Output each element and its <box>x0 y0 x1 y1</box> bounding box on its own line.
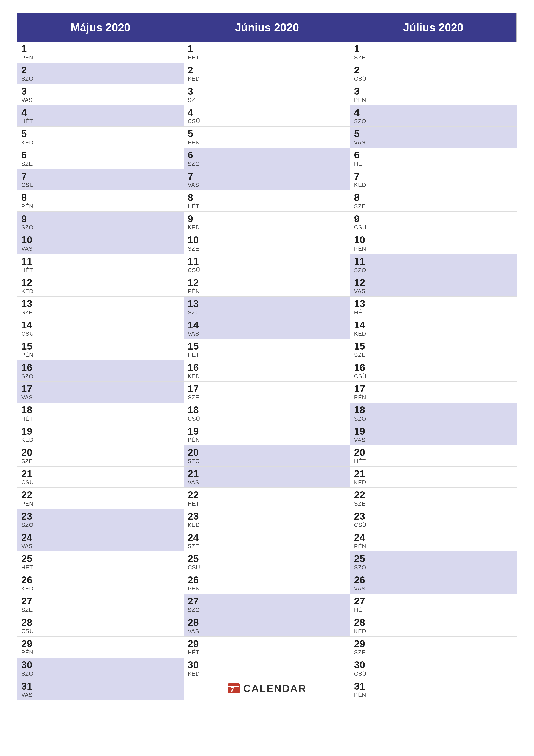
day-number: 22 <box>354 489 513 500</box>
day-row: 20 SZO <box>184 445 350 467</box>
day-name: HÉT <box>188 649 346 656</box>
day-name: SZE <box>188 394 346 401</box>
day-row: 15 HÉT <box>184 339 350 360</box>
day-row: 11 HÉT <box>17 254 184 275</box>
day-row: 23 SZO <box>17 509 184 530</box>
day-name: HÉT <box>21 564 180 571</box>
day-name: KED <box>188 224 346 231</box>
day-name: VAS <box>21 97 180 103</box>
day-name: SZO <box>188 161 346 167</box>
day-number: 13 <box>188 298 346 309</box>
day-number: 17 <box>21 383 180 394</box>
day-row: 7 CSÜ <box>17 169 184 191</box>
day-row: 3 PÉN <box>350 84 517 105</box>
day-name: SZE <box>21 161 180 167</box>
day-name: PÉN <box>21 649 180 656</box>
day-name: SZO <box>21 224 180 231</box>
logo-text: CALENDAR <box>243 683 306 694</box>
day-name: SZO <box>188 309 346 316</box>
day-number: 19 <box>354 426 513 437</box>
day-number: 5 <box>188 128 346 139</box>
day-number: 1 <box>354 43 513 54</box>
day-number: 26 <box>354 575 513 585</box>
day-number: 31 <box>21 681 180 692</box>
day-name: CSÜ <box>21 182 180 188</box>
day-name: KED <box>354 182 513 188</box>
day-row: 19 KED <box>17 424 184 446</box>
day-number: 24 <box>354 532 513 543</box>
day-name: VAS <box>21 691 180 698</box>
day-number: 14 <box>188 320 346 331</box>
day-number: 26 <box>21 575 180 585</box>
day-row: 29 HÉT <box>184 636 350 658</box>
day-number: 15 <box>21 341 180 352</box>
day-row: 7 VAS <box>184 169 350 191</box>
calendar-grid: Május 2020 Június 2020 Július 2020 1 PÉN… <box>17 13 517 700</box>
day-number: 21 <box>188 468 346 479</box>
day-name: SZO <box>354 564 513 571</box>
day-number: 6 <box>188 149 346 161</box>
day-number: 11 <box>21 256 180 267</box>
day-name: SZE <box>354 54 513 61</box>
day-number: 23 <box>188 511 346 522</box>
day-row: 8 SZE <box>350 190 517 212</box>
day-name: VAS <box>21 543 180 550</box>
day-row: 24 VAS <box>17 530 184 552</box>
day-row: 9 KED <box>184 212 350 233</box>
month-header-jun: Június 2020 <box>184 13 350 41</box>
day-name: SZE <box>188 97 346 103</box>
day-number: 11 <box>188 256 346 267</box>
day-row: 11 SZO <box>350 254 517 275</box>
day-row: 2 KED <box>184 63 350 84</box>
day-row: 18 HÉT <box>17 403 184 424</box>
day-row: 20 SZE <box>17 445 184 467</box>
day-row: 4 HÉT <box>17 105 184 127</box>
day-name: HÉT <box>21 118 180 124</box>
day-row: 22 HÉT <box>184 488 350 509</box>
day-number: 30 <box>188 660 346 670</box>
day-row: 19 VAS <box>350 424 517 446</box>
day-number: 7 <box>21 171 180 182</box>
day-number: 15 <box>188 341 346 352</box>
day-row: 1 PÉN <box>17 41 184 63</box>
day-number: 18 <box>21 405 180 416</box>
day-name: SZO <box>21 670 180 677</box>
day-row: 13 SZO <box>184 297 350 318</box>
day-name: SZE <box>21 458 180 465</box>
day-row: 28 KED <box>350 615 517 636</box>
day-number: 6 <box>354 149 513 161</box>
day-number: 27 <box>354 596 513 607</box>
day-number: 23 <box>354 511 513 522</box>
day-row: 10 SZE <box>184 233 350 254</box>
day-name: VAS <box>21 245 180 252</box>
day-name: PÉN <box>21 54 180 61</box>
day-name: PÉN <box>354 394 513 401</box>
day-name: SZE <box>188 245 346 252</box>
day-name: HÉT <box>188 54 346 61</box>
day-row: 11 CSÜ <box>184 254 350 275</box>
day-name: SZO <box>21 522 180 528</box>
day-number: 9 <box>188 213 346 224</box>
day-row: 13 SZE <box>17 297 184 318</box>
day-number: 18 <box>188 405 346 416</box>
day-number: 9 <box>21 213 180 224</box>
day-row: 8 HÉT <box>184 190 350 212</box>
day-name: VAS <box>21 394 180 401</box>
day-row: 14 KED <box>350 318 517 339</box>
day-name: VAS <box>354 288 513 295</box>
day-number: 28 <box>21 617 180 628</box>
day-name: PÉN <box>188 288 346 295</box>
day-name: CSÜ <box>354 75 513 82</box>
day-name: PÉN <box>354 245 513 252</box>
day-name: KED <box>21 288 180 295</box>
day-row: 4 SZO <box>350 105 517 127</box>
day-row: 25 HÉT <box>17 552 184 573</box>
day-number: 29 <box>21 638 180 649</box>
day-row: 21 KED <box>350 467 517 488</box>
day-row: 29 PÉN <box>17 636 184 658</box>
day-number: 7 <box>354 171 513 182</box>
day-number: 2 <box>21 65 180 76</box>
day-number: 10 <box>21 234 180 245</box>
day-number: 25 <box>354 553 513 564</box>
day-row: 13 HÉT <box>350 297 517 318</box>
